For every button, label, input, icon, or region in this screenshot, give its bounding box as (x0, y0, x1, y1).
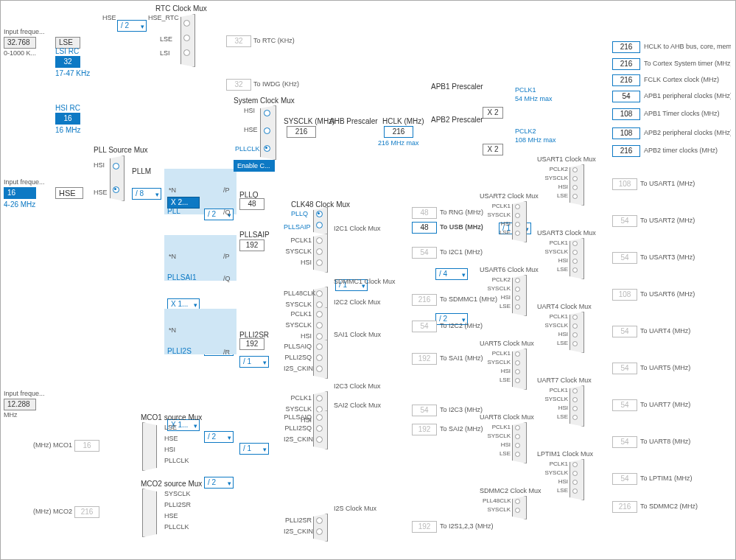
umux-9-src-0: PLL48CLK (483, 497, 511, 504)
umux-3-radio-0[interactable] (515, 278, 520, 283)
umux-7-radio-3[interactable] (515, 452, 520, 457)
umux-1-radio-2[interactable] (515, 222, 520, 227)
umux-4-radio-0[interactable] (572, 315, 578, 320)
umux-2-radio-1[interactable] (572, 250, 578, 255)
out-fclk-val[interactable]: 216 (612, 74, 640, 86)
pll-radio-hsi[interactable] (113, 163, 119, 169)
lse-range: 0-1000 K... (4, 49, 36, 57)
out-hclk_bus-val[interactable]: 216 (612, 41, 640, 53)
pmux-4-radio-1[interactable] (316, 406, 323, 413)
umux-8-radio-0[interactable] (572, 462, 578, 467)
pmux-3-radio-2[interactable] (316, 365, 323, 372)
rtc-radio-lsi[interactable] (183, 49, 190, 56)
umux-8-radio-2[interactable] (572, 480, 578, 485)
i2s-ckin-input[interactable]: 12.288 (4, 399, 36, 410)
umux-1-radio-3[interactable] (515, 231, 520, 236)
umux-5-src-2: HSI (483, 368, 511, 374)
plli2s-pdiv[interactable]: / 1 (239, 443, 269, 455)
pmux-1-radio-0[interactable] (316, 290, 323, 297)
pmux-5-radio-0[interactable] (316, 414, 323, 421)
hclk-val[interactable]: 216 (384, 126, 413, 138)
out-apb1_timer-val[interactable]: 108 (612, 108, 640, 120)
umux-1-radio-1[interactable] (515, 213, 520, 218)
usb-val[interactable]: 48 (412, 222, 437, 234)
pmux-0-radio-2[interactable] (316, 259, 323, 266)
sysclk-radio-hse[interactable] (264, 127, 270, 134)
umux-0-radio-0[interactable] (572, 167, 578, 172)
clk48-radio-pllsaip[interactable] (316, 222, 323, 228)
out-apb2_timer-val[interactable]: 216 (612, 145, 640, 157)
mco2-lbl: (MHz) MCO2 (33, 508, 72, 515)
umux-5-radio-1[interactable] (515, 360, 520, 365)
hse-freq-input[interactable]: 16 (4, 187, 36, 199)
lse-freq-input[interactable]: 32.768 (4, 37, 36, 49)
out-apb2_periph-val[interactable]: 108 (612, 127, 640, 139)
pmux-2-radio-1[interactable] (316, 322, 323, 329)
umux-6-radio-2[interactable] (572, 406, 578, 411)
umux-9-radio-1[interactable] (515, 508, 520, 513)
umux-3-radio-1[interactable] (515, 287, 520, 292)
sysclk-radio-hsi[interactable] (264, 110, 270, 116)
mco1-mux[interactable] (142, 422, 157, 471)
mco1-val: 16 (74, 440, 99, 452)
rtc-radio-lse[interactable] (183, 35, 190, 41)
umux-7-radio-2[interactable] (515, 443, 520, 448)
umux-6-radio-1[interactable] (572, 397, 578, 402)
pll-radio-hse[interactable] (113, 186, 119, 193)
umux-7-radio-0[interactable] (515, 425, 520, 430)
plli2s-r[interactable]: / 2 (204, 477, 234, 489)
rtc-radio-hse[interactable] (183, 20, 190, 27)
umux-4-radio-2[interactable] (572, 332, 578, 337)
umux-5-src-1: SYSCLK (483, 359, 511, 365)
clk48-radio-pllq[interactable] (316, 211, 323, 217)
umux-5-radio-3[interactable] (515, 378, 520, 383)
umux-3-src-0: PCLK2 (483, 276, 511, 283)
lse-freq-label: Input freque... (4, 28, 45, 35)
umux-0-radio-2[interactable] (572, 185, 578, 190)
umux-4-radio-1[interactable] (572, 323, 578, 329)
rtc-lse-lbl: LSE (160, 35, 172, 43)
pmux-2-radio-0[interactable] (316, 311, 323, 318)
umux-6-radio-3[interactable] (572, 415, 578, 420)
umux-7-radio-1[interactable] (515, 434, 520, 439)
umux-3-radio-3[interactable] (515, 304, 520, 309)
umux-2-radio-3[interactable] (572, 267, 578, 273)
umux-6-radio-0[interactable] (572, 388, 578, 393)
umux-0-radio-1[interactable] (572, 176, 578, 181)
sysclk-radio-pll[interactable] (264, 145, 270, 152)
mco2-mux[interactable] (142, 489, 157, 537)
pmux-3-radio-0[interactable] (316, 343, 323, 350)
umux-1-radio-0[interactable] (515, 204, 520, 209)
umux-2-radio-2[interactable] (572, 259, 578, 264)
umux-2-radio-0[interactable] (572, 241, 578, 246)
umux-8-radio-3[interactable] (572, 489, 578, 494)
plli2sr-val: 192 (239, 338, 264, 350)
out-cortex_timer-val[interactable]: 216 (612, 58, 640, 70)
pmux-3-radio-1[interactable] (316, 354, 323, 361)
pmux-1-radio-1[interactable] (316, 301, 323, 308)
mco1-title: MCO1 source Mux (141, 413, 202, 421)
pmux-4-radio-0[interactable] (316, 395, 323, 402)
umux-0-radio-3[interactable] (572, 194, 578, 199)
pmux-0-radio-0[interactable] (316, 237, 323, 244)
pllm-sel[interactable]: / 8 (132, 188, 161, 200)
umux-8-src-3: LSE (540, 487, 568, 494)
apb1-sel[interactable]: / 4 (435, 268, 468, 280)
umux-3-radio-2[interactable] (515, 295, 520, 301)
out-apb1_periph-val[interactable]: 54 (612, 91, 640, 102)
pmux-0-radio-1[interactable] (316, 248, 323, 255)
pmux-2-radio-2[interactable] (316, 333, 323, 340)
pmux-6-radio-0[interactable] (316, 517, 323, 524)
umux-5-radio-2[interactable] (515, 369, 520, 374)
pmux-6-radio-1[interactable] (316, 528, 323, 535)
rtc-hse-div[interactable]: / 2 (117, 20, 147, 32)
umux-9-radio-0[interactable] (515, 499, 520, 504)
umux-4-radio-3[interactable] (572, 341, 578, 346)
enable-css[interactable]: Enable C... (234, 160, 275, 172)
pllsai-qdiv[interactable]: / 1 (239, 356, 269, 368)
pmux-5-radio-2[interactable] (316, 436, 323, 443)
plli2s-p[interactable]: / 2 (204, 431, 234, 443)
umux-5-radio-0[interactable] (515, 351, 520, 357)
pmux-5-radio-1[interactable] (316, 425, 323, 432)
umux-8-radio-1[interactable] (572, 471, 578, 476)
